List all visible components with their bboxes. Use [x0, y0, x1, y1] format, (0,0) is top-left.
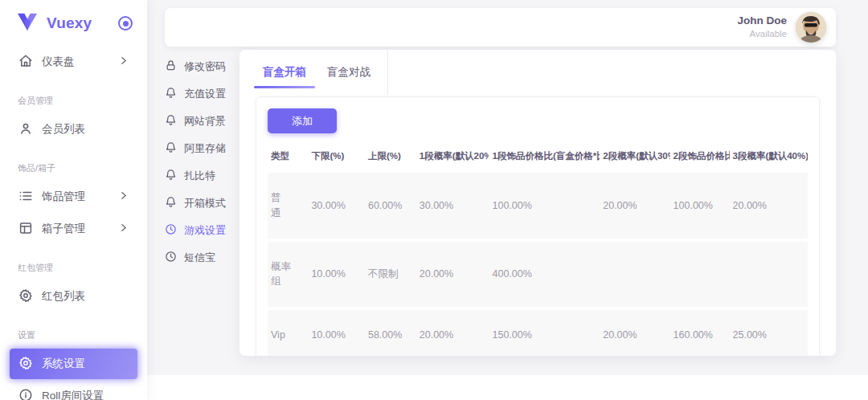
sidebar: Vuexy 仪表盘 会员管理 会员列表 饰品/箱子 饰品管理: [0, 0, 147, 400]
row-value-cell: 20.00%: [600, 173, 669, 239]
row-value-cell: [670, 242, 730, 308]
col-header-p2: 2段概率(默认30%): [600, 147, 669, 169]
row-value-cell: 100.00%: [489, 173, 600, 239]
vuexy-logo-icon: [16, 12, 39, 35]
user-status: Available: [737, 28, 787, 39]
sidebar-item-system-settings[interactable]: 系统设置: [10, 349, 137, 379]
tab-blindbox-battle[interactable]: 盲盒对战: [317, 50, 381, 95]
probability-table: 类型 下限(%) 上限(%) 1段概率(默认20%) 1段饰品价格比(盲盒价格*…: [268, 144, 808, 356]
main-region: John Doe Available 修改密码: [147, 0, 868, 375]
footer-strip: [147, 375, 868, 400]
sidebar-item-redpacket-list[interactable]: 红包列表: [10, 281, 137, 312]
sidebar-section-redpacket: 红包管理: [0, 246, 147, 280]
sidebar-item-label: 箱子管理: [42, 222, 85, 236]
box-icon: [18, 221, 33, 238]
brand-header: Vuexy: [0, 0, 147, 45]
settings-menu-label: 短信宝: [184, 251, 215, 265]
info-circle-icon: [18, 388, 33, 400]
settings-menu-label: 修改密码: [184, 59, 226, 74]
sidebar-item-label: 系统设置: [42, 357, 85, 371]
col-header-p1: 1段概率(默认20%): [416, 147, 489, 169]
row-value-cell: [730, 242, 809, 308]
sidebar-item-dashboard[interactable]: 仪表盘: [10, 47, 137, 77]
chevron-right-icon: [118, 55, 129, 68]
table-panel: 添加 类型 下限(%) 上限(%) 1段概率(默认20%) 1段饰品价格比(盲盒…: [256, 96, 820, 356]
row-value-cell: 160.00%: [670, 310, 730, 356]
settings-menu-item-game-settings[interactable]: 游戏设置: [165, 217, 239, 244]
sidebar-item-label: 会员列表: [42, 122, 85, 137]
table-row: 普 通30.00%60.00%30.00%100.00%20.00%100.00…: [268, 173, 808, 239]
sidebar-section-member: 会员管理: [0, 79, 147, 112]
settings-menu-item-ali-storage[interactable]: 阿里存储: [165, 135, 239, 162]
settings-menu-label: 充值设置: [184, 87, 226, 101]
user-name: John Doe: [737, 14, 787, 28]
table-header-row: 类型 下限(%) 上限(%) 1段概率(默认20%) 1段饰品价格比(盲盒价格*…: [268, 147, 808, 169]
row-value-cell: 60.00%: [365, 173, 416, 239]
col-header-p3: 3段概率(默认40%): [730, 147, 809, 169]
col-header-type: 类型: [268, 147, 308, 169]
row-value-cell: 20.00%: [416, 310, 489, 356]
add-button[interactable]: 添加: [268, 108, 337, 133]
row-value-cell: 30.00%: [416, 173, 489, 239]
list-icon: [18, 189, 33, 206]
sidebar-pin-toggle-icon[interactable]: [118, 16, 133, 31]
sidebar-item-box-mgmt[interactable]: 箱子管理: [10, 214, 137, 244]
chevron-right-icon: [118, 222, 129, 235]
bell-icon: [165, 114, 177, 129]
settings-menu-label: 阿里存储: [184, 141, 226, 156]
sidebar-item-label: 仪表盘: [42, 55, 75, 69]
row-value-cell: 58.00%: [365, 310, 416, 356]
settings-menu-item-open-mode[interactable]: 开箱模式: [165, 190, 239, 217]
settings-menu-item-site-bg[interactable]: 网站背景: [165, 108, 239, 135]
settings-menu: 修改密码 充值设置 网站背景 阿里存储: [165, 53, 239, 271]
row-value-cell: 20.00%: [730, 173, 809, 239]
sidebar-item-label: Roll房间设置: [42, 389, 104, 400]
sidebar-item-jewelry-mgmt[interactable]: 饰品管理: [10, 182, 137, 212]
settings-menu-label: 开箱模式: [184, 196, 226, 210]
row-type-cell: Vip: [268, 310, 308, 356]
bell-icon: [165, 141, 177, 156]
sidebar-item-roll-room[interactable]: Roll房间设置: [10, 381, 137, 400]
settings-menu-item-password[interactable]: 修改密码: [165, 53, 239, 80]
col-header-lower: 下限(%): [308, 147, 365, 169]
content-card: 盲盒开箱 盲盒对战 添加 类型 下限(%) 上限(%): [240, 50, 836, 356]
settings-menu-item-recharge[interactable]: 充值设置: [165, 80, 239, 108]
bell-icon: [165, 169, 177, 183]
sidebar-item-label: 饰品管理: [42, 190, 85, 204]
user-avatar[interactable]: [796, 12, 826, 43]
bell-icon: [165, 87, 177, 101]
user-meta: John Doe Available: [737, 14, 787, 39]
settings-menu-label: 扎比特: [184, 169, 215, 183]
table-body: 普 通30.00%60.00%30.00%100.00%20.00%100.00…: [268, 173, 808, 356]
tab-blindbox-open[interactable]: 盲盒开箱: [252, 50, 317, 95]
row-type-cell: 概率 组: [268, 242, 308, 308]
gear-icon: [18, 288, 33, 305]
settings-menu-item-sms[interactable]: 短信宝: [165, 244, 239, 271]
bell-icon: [165, 196, 177, 210]
tab-divider: [387, 50, 388, 95]
sidebar-section-jewelry: 饰品/箱子: [0, 146, 147, 180]
row-value-cell: 不限制: [365, 242, 416, 308]
brand-name: Vuexy: [47, 14, 118, 32]
table-row: 概率 组10.00%不限制20.00%400.00%: [268, 242, 808, 308]
row-value-cell: [600, 242, 669, 308]
tabs-bar: 盲盒开箱 盲盒对战: [240, 50, 836, 95]
settings-menu-label: 游戏设置: [184, 223, 226, 238]
clock-icon: [165, 251, 177, 265]
header-bar: John Doe Available: [165, 8, 836, 47]
user-icon: [18, 121, 33, 138]
lock-icon: [165, 59, 177, 74]
row-value-cell: 100.00%: [670, 173, 730, 239]
gear-icon: [18, 356, 33, 373]
settings-menu-label: 网站背景: [184, 114, 226, 129]
chevron-right-icon: [118, 190, 129, 203]
row-value-cell: 25.00%: [730, 310, 809, 356]
row-type-cell: 普 通: [268, 173, 308, 239]
sidebar-item-member-list[interactable]: 会员列表: [10, 114, 137, 145]
settings-menu-item-zhabite[interactable]: 扎比特: [165, 162, 239, 190]
clock-icon: [165, 223, 177, 238]
row-value-cell: 20.00%: [600, 310, 669, 356]
col-header-ratio1: 1段饰品价格比(盲盒价格*比例): [489, 147, 600, 169]
row-value-cell: 30.00%: [308, 173, 365, 239]
app-root: Vuexy 仪表盘 会员管理 会员列表 饰品/箱子 饰品管理: [0, 0, 868, 400]
